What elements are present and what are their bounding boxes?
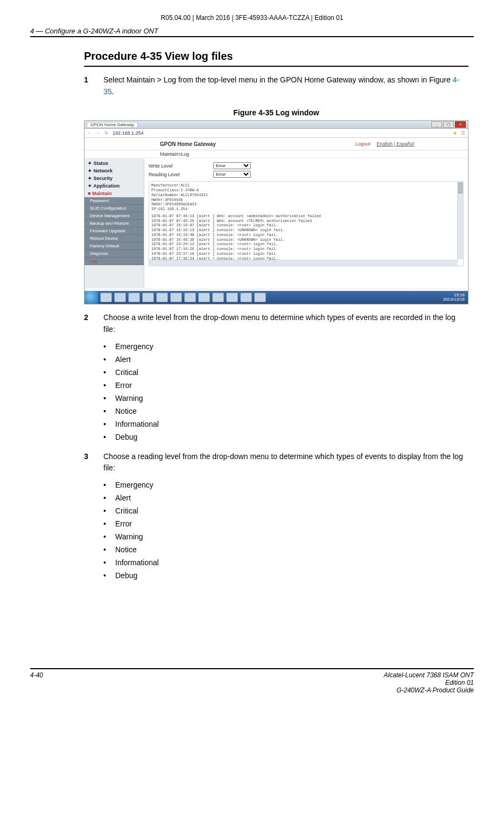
browser-titlebar: GPON Home Gateway _ ▢ ×: [85, 121, 468, 129]
sidebar-item-network[interactable]: ✦ Network: [85, 167, 144, 175]
breadcrumb: Maintain>Log: [85, 150, 468, 158]
sidebar-item-status[interactable]: ✦ Status: [85, 159, 144, 167]
list-item: Emergency: [103, 340, 468, 353]
list-item: Notice: [103, 543, 468, 556]
menu-icon[interactable]: ☰: [460, 130, 466, 136]
write-level-label: Write Level: [149, 163, 213, 169]
url-field[interactable]: 192.168.1.254: [113, 130, 450, 136]
list-item: Emergency: [103, 478, 468, 491]
footer-product-line3: G-240WZ-A Product Guide: [384, 686, 474, 694]
step-2: 2 Choose a write level from the drop-dow…: [84, 312, 468, 335]
reload-icon[interactable]: ↻: [104, 130, 109, 136]
sidebar-item-security[interactable]: ✦ Security: [85, 175, 144, 182]
sidebar-sub-device-mgmt[interactable]: Device Management: [85, 212, 144, 220]
footer-product-line2: Edition 01: [384, 679, 474, 686]
browser-tab[interactable]: GPON Home Gateway: [87, 122, 138, 127]
app-header: GPON Home Gateway Logout English | Españ…: [85, 138, 468, 150]
footer-product-line1: Alcatel-Lucent 7368 ISAM ONT: [384, 671, 474, 679]
start-button[interactable]: [85, 291, 99, 304]
sidebar-sub-diagnose[interactable]: Diagnose: [85, 250, 144, 258]
step-3-number: 3: [84, 451, 103, 474]
step-1-number: 1: [84, 74, 103, 98]
app-title: GPON Home Gateway: [160, 141, 216, 147]
taskbar-app-icon[interactable]: [184, 293, 196, 302]
list-item: Critical: [103, 504, 468, 517]
list-item: Debug: [103, 431, 468, 443]
reading-level-label: Reading Level: [149, 172, 213, 177]
sidebar-item-application[interactable]: ✦ Application: [85, 182, 144, 190]
address-bar: ← → ↻ 192.168.1.254 ★ ☰: [85, 129, 468, 138]
taskbar-app-icon[interactable]: [170, 293, 182, 302]
maximize-button[interactable]: ▢: [443, 121, 454, 128]
log-line: 1970-01-07 16:18:13 [alert ] console: <U…: [151, 228, 461, 233]
taskbar-app-icon[interactable]: [156, 293, 168, 302]
taskbar-app-icon[interactable]: [142, 293, 154, 302]
sidebar-sub-log[interactable]: Log: [85, 258, 144, 265]
running-header: 4 — Configure a G-240WZ-A indoor ONT: [30, 27, 474, 37]
list-item: Error: [103, 379, 468, 392]
step-1-body: Select Maintain > Log from the top-level…: [103, 74, 468, 98]
log-line: 1970-01-07 17:34:26 [alert ] console: <r…: [151, 247, 461, 252]
sidebar-label-application: Application: [93, 183, 120, 189]
reading-level-select[interactable]: Error: [213, 171, 251, 178]
sidebar-sub-reboot[interactable]: Reboot Device: [85, 235, 144, 242]
taskbar-app-icon[interactable]: [240, 293, 252, 302]
list-item: Warning: [103, 392, 468, 405]
sidebar-sub-slid[interactable]: SLID Configuration: [85, 205, 144, 212]
doc-meta-line: R05.04.00 | March 2016 | 3FE-45933-AAAA-…: [30, 14, 474, 22]
step-3-body: Choose a reading level from the drop-dow…: [103, 451, 468, 474]
step-1: 1 Select Maintain > Log from the top-lev…: [84, 74, 468, 98]
sidebar-sub-factory[interactable]: Factory Default: [85, 242, 144, 250]
log-scrollbar-vertical[interactable]: [457, 182, 463, 259]
list-item: Alert: [103, 353, 468, 366]
step-3: 3 Choose a reading level from the drop-d…: [84, 451, 468, 474]
close-button[interactable]: ×: [455, 121, 466, 128]
log-line: 1970-01-07 16:18:40 [alert ] console: <r…: [151, 233, 461, 238]
windows-taskbar: 15:16 2013/12/18: [85, 291, 468, 304]
write-level-select[interactable]: Error: [213, 162, 251, 169]
taskbar-app-icon[interactable]: [100, 293, 112, 302]
step-2-number: 2: [84, 312, 103, 335]
list-item: Informational: [103, 418, 468, 431]
running-header-left: 4 — Configure a G-240WZ-A indoor ONT: [30, 27, 158, 35]
sidebar-label-status: Status: [94, 161, 109, 166]
list-item: Warning: [103, 530, 468, 543]
list-item: Debug: [103, 569, 468, 582]
step-1-text-a: Select Maintain > Log from the top-level…: [103, 75, 453, 84]
taskbar-app-icon[interactable]: [114, 293, 126, 302]
sidebar-item-maintain[interactable]: ■ Maintain: [85, 190, 144, 197]
nav-back-icon[interactable]: ←: [87, 130, 92, 136]
procedure-title: Procedure 4-35 View log files: [84, 50, 468, 67]
nav-forward-icon[interactable]: →: [95, 130, 101, 136]
sidebar-sub-firmware[interactable]: Firmware Upgrade: [85, 227, 144, 235]
minimize-button[interactable]: _: [431, 121, 442, 128]
list-item: Critical: [103, 366, 468, 379]
logout-link[interactable]: Logout: [355, 141, 370, 147]
lang-english-link[interactable]: English: [377, 141, 393, 147]
taskbar-app-icon[interactable]: [254, 293, 266, 302]
taskbar-app-icon[interactable]: [128, 293, 140, 302]
main-panel: Write Level Error Reading Level Error Ma…: [144, 158, 468, 288]
log-window-screenshot: GPON Home Gateway _ ▢ × ← → ↻ 192.168.1.…: [84, 120, 468, 304]
clock-date: 2013/12/18: [443, 297, 465, 302]
list-item: Error: [103, 517, 468, 530]
list-item: Alert: [103, 491, 468, 504]
bookmark-star-icon[interactable]: ★: [453, 130, 457, 136]
log-output-box: Manufacturer:ALCL ProductClass:I-240W-A …: [149, 181, 464, 266]
log-line: 1970-01-07 23:29:12 [alert ] console: <r…: [151, 242, 461, 247]
sidebar-label-security: Security: [94, 176, 113, 181]
step-2-body: Choose a write level from the drop-down …: [103, 312, 468, 335]
sidebar-label-maintain: Maintain: [92, 191, 112, 196]
taskbar-app-icon[interactable]: [226, 293, 238, 302]
sidebar-sub-backup[interactable]: Backup and Restore: [85, 220, 144, 227]
log-line: 1970-01-07 07:48:13 [alert ] Web: accoun…: [151, 214, 461, 219]
sidebar-sub-password[interactable]: Password: [85, 197, 144, 205]
taskbar-app-icon[interactable]: [198, 293, 210, 302]
log-scrollbar-horizontal[interactable]: [149, 260, 458, 266]
lang-espanol-link[interactable]: Español: [396, 141, 414, 147]
log-line: 1970-01-07 16:18:07 [alert ] console: <r…: [151, 223, 461, 228]
footer-page-number: 4-40: [30, 671, 43, 694]
page-footer: 4-40 Alcatel-Lucent 7368 ISAM ONT Editio…: [30, 668, 474, 694]
taskbar-app-icon[interactable]: [212, 293, 224, 302]
list-item: Informational: [103, 556, 468, 569]
